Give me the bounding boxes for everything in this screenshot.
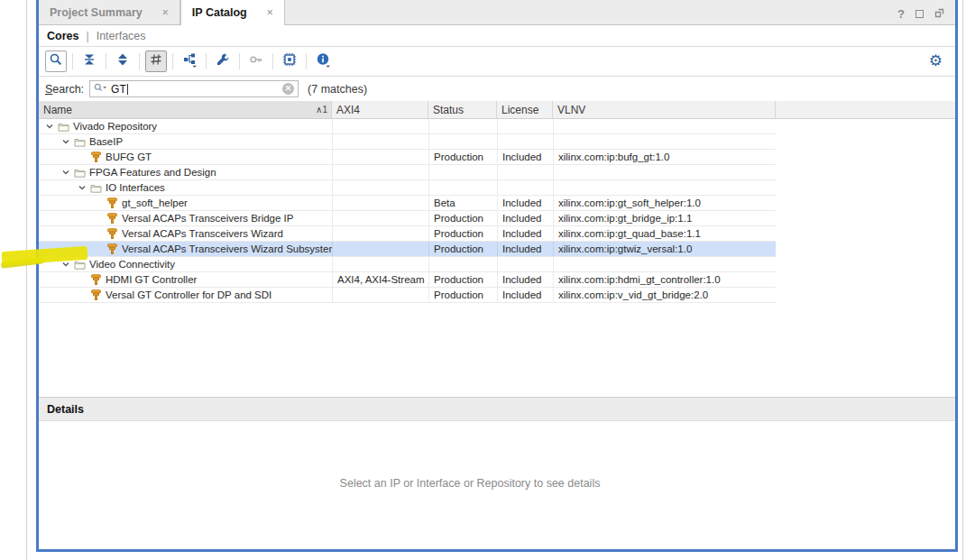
details-header: Details bbox=[39, 398, 955, 421]
target-device-button[interactable] bbox=[279, 50, 300, 72]
collapse-all-button[interactable] bbox=[78, 50, 100, 72]
close-icon[interactable]: × bbox=[267, 6, 273, 19]
table-row[interactable]: Versal ACAPs Transceivers Wizard Subsyst… bbox=[39, 242, 776, 257]
table-row[interactable]: FPGA Features and Design bbox=[39, 165, 776, 180]
status-cell: Production bbox=[428, 226, 497, 241]
close-icon[interactable]: × bbox=[162, 6, 169, 19]
tab-bar: Project Summary × IP Catalog × ? bbox=[39, 0, 955, 25]
column-header-vlnv[interactable]: VLNV bbox=[553, 101, 776, 118]
key-icon bbox=[249, 52, 263, 70]
name-cell: Versal GT Controller for DP and SDI bbox=[39, 288, 332, 302]
row-label: BUFG GT bbox=[106, 151, 152, 162]
table-row[interactable]: Versal ACAPs Transceivers WizardProducti… bbox=[39, 226, 776, 242]
table-row[interactable]: gt_soft_helperBetaIncludedxilinx.com:ip:… bbox=[39, 196, 776, 211]
status-cell: Beta bbox=[428, 196, 497, 210]
search-button[interactable] bbox=[45, 50, 67, 72]
settings-gear-icon[interactable]: ⚙ bbox=[929, 50, 943, 72]
expand-all-button[interactable] bbox=[112, 50, 133, 72]
row-label: Versal ACAPs Transceivers Bridge IP bbox=[122, 213, 293, 224]
details-panel: Details Select an IP or Interface or Rep… bbox=[39, 397, 955, 549]
vlnv-cell bbox=[553, 119, 776, 133]
column-header-status[interactable]: Status bbox=[428, 101, 497, 118]
column-header-name[interactable]: Name ∧1 bbox=[39, 101, 332, 118]
chevron-down-icon[interactable] bbox=[60, 137, 72, 146]
clear-search-icon[interactable]: ✕ bbox=[282, 83, 294, 95]
match-count: (7 matches) bbox=[308, 83, 367, 96]
tab-ip-catalog[interactable]: IP Catalog × bbox=[180, 0, 285, 25]
table-row[interactable]: Video Connectivity bbox=[39, 257, 776, 272]
group-by-category-button[interactable] bbox=[145, 50, 167, 72]
status-cell bbox=[428, 134, 497, 149]
status-cell: Production bbox=[428, 150, 497, 164]
axi4-cell bbox=[332, 288, 428, 302]
column-header-license[interactable]: License bbox=[497, 101, 553, 118]
table-row[interactable]: BaseIP bbox=[39, 134, 776, 150]
toolbar-separator bbox=[306, 53, 307, 69]
vlnv-cell: xilinx.com:ip:gtwiz_versal:1.0 bbox=[553, 242, 776, 256]
chevron-down-icon[interactable] bbox=[76, 183, 88, 192]
help-icon[interactable]: ? bbox=[897, 7, 905, 21]
axi4-cell bbox=[332, 226, 428, 241]
chevron-down-icon[interactable] bbox=[43, 122, 56, 131]
group-by-category-icon bbox=[149, 52, 163, 70]
table-row[interactable]: IO Interfaces bbox=[39, 180, 776, 196]
settings-wrench-button[interactable] bbox=[212, 50, 234, 72]
axi4-cell bbox=[332, 180, 428, 195]
table-row[interactable]: HDMI GT ControllerAXI4, AXI4-StreamProdu… bbox=[39, 272, 776, 288]
search-icon bbox=[49, 52, 63, 70]
axi4-cell bbox=[332, 165, 428, 179]
folder-icon bbox=[88, 183, 103, 193]
column-header-axi4[interactable]: AXI4 bbox=[332, 101, 428, 118]
license-cell: Included bbox=[497, 211, 553, 225]
license-key-button[interactable] bbox=[245, 50, 267, 72]
folder-icon bbox=[56, 122, 70, 132]
status-cell: Production bbox=[428, 288, 497, 302]
toolbar-separator bbox=[206, 53, 207, 69]
toolbar: ⚙ bbox=[39, 47, 955, 77]
name-cell: IO Interfaces bbox=[39, 180, 332, 195]
name-cell: Versal ACAPs Transceivers Wizard bbox=[39, 226, 332, 241]
table-row[interactable]: BUFG GTProductionIncludedxilinx.com:ip:b… bbox=[39, 150, 776, 165]
row-label: Video Connectivity bbox=[89, 259, 175, 270]
row-label: Versal GT Controller for DP and SDI bbox=[106, 289, 271, 300]
table-row[interactable]: Versal ACAPs Transceivers Bridge IPProdu… bbox=[39, 211, 776, 226]
float-icon[interactable] bbox=[934, 5, 944, 22]
search-label: Search: bbox=[45, 83, 84, 96]
axi4-cell bbox=[332, 242, 428, 256]
row-label: Versal ACAPs Transceivers Wizard bbox=[122, 228, 283, 239]
tab-project-summary[interactable]: Project Summary × bbox=[39, 0, 180, 24]
folder-icon bbox=[72, 260, 87, 270]
ip-icon bbox=[105, 243, 119, 254]
subnav-divider: | bbox=[86, 30, 88, 42]
axi4-cell: AXI4, AXI4-Stream bbox=[332, 272, 428, 287]
license-cell: Included bbox=[497, 150, 553, 164]
tab-label: IP Catalog bbox=[192, 6, 247, 19]
text-cursor bbox=[127, 84, 128, 95]
search-value: GT bbox=[111, 83, 126, 96]
row-label: Vivado Repository bbox=[73, 121, 157, 132]
search-field-icon bbox=[94, 83, 107, 96]
row-label: FPGA Features and Design bbox=[89, 167, 216, 178]
interfaces-tab[interactable]: Interfaces bbox=[97, 30, 146, 42]
table-row[interactable]: Versal GT Controller for DP and SDIProdu… bbox=[39, 288, 776, 303]
status-cell bbox=[428, 165, 497, 179]
ip-icon bbox=[88, 151, 103, 162]
maximize-icon[interactable] bbox=[915, 10, 924, 18]
axi4-cell bbox=[332, 196, 428, 210]
chevron-down-icon[interactable] bbox=[60, 168, 72, 177]
cores-tab[interactable]: Cores bbox=[47, 30, 78, 42]
vlnv-cell: xilinx.com:ip:hdmi_gt_controller:1.0 bbox=[553, 272, 776, 287]
folder-icon bbox=[72, 168, 87, 178]
search-input[interactable]: GT ✕ bbox=[89, 80, 299, 97]
right-panel-divider bbox=[962, 0, 963, 560]
status-cell bbox=[428, 180, 497, 195]
name-cell: BaseIP bbox=[39, 134, 332, 149]
status-cell bbox=[428, 257, 497, 271]
info-icon bbox=[316, 52, 331, 71]
vlnv-cell: xilinx.com:ip:bufg_gt:1.0 bbox=[553, 150, 776, 164]
hierarchy-view-button[interactable] bbox=[179, 50, 200, 72]
table-row[interactable]: Vivado Repository bbox=[39, 119, 776, 134]
information-button[interactable] bbox=[312, 50, 334, 72]
license-cell bbox=[497, 180, 553, 195]
expand-all-icon bbox=[115, 52, 130, 70]
